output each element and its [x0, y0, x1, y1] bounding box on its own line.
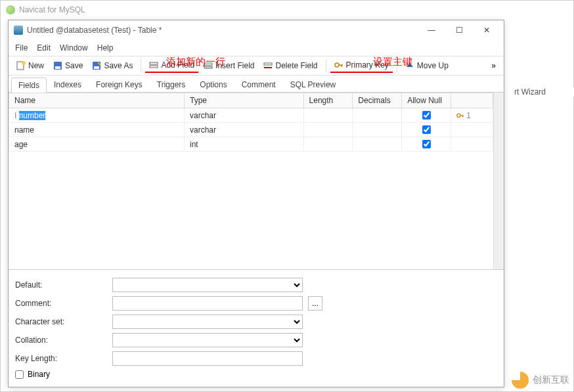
cell-decimals[interactable] [353, 137, 402, 152]
tab-bar: Fields Indexes Foreign Keys Triggers Opt… [9, 76, 504, 93]
add-field-button[interactable]: Add Field [145, 58, 198, 73]
cell-length[interactable] [303, 108, 353, 123]
svg-rect-3 [55, 66, 60, 69]
cell-type[interactable]: int [185, 137, 304, 152]
menu-edit[interactable]: Edit [37, 43, 51, 53]
new-button[interactable]: New [12, 59, 48, 72]
cell-decimals[interactable] [353, 123, 402, 137]
binary-label: Binary [28, 370, 50, 379]
save-as-icon [92, 61, 101, 70]
binary-checkbox[interactable] [15, 370, 24, 379]
allow-null-checkbox[interactable] [422, 125, 431, 134]
insert-field-button[interactable]: Insert Field [200, 59, 258, 72]
menu-bar: File Edit Window Help [9, 40, 504, 56]
cell-name[interactable]: name [9, 123, 185, 137]
svg-rect-9 [204, 66, 212, 68]
cell-allow-null[interactable] [402, 123, 451, 137]
default-label: Default: [15, 280, 107, 290]
col-type[interactable]: Type [185, 93, 304, 108]
col-allow-null[interactable]: Allow Null [402, 93, 451, 108]
cell-length[interactable] [303, 137, 353, 152]
outer-titlebar: Navicat for MySQL [1, 1, 573, 19]
tab-triggers[interactable]: Triggers [150, 77, 193, 92]
tab-comment[interactable]: Comment [234, 77, 283, 92]
collation-label: Collation: [15, 336, 107, 345]
outer-window: Navicat for MySQL Untitled @databasetest… [0, 0, 574, 392]
charset-label: Character set: [15, 317, 107, 326]
tab-options[interactable]: Options [192, 77, 234, 92]
cell-key[interactable] [451, 123, 493, 137]
cell-name[interactable]: age [9, 137, 185, 152]
cell-decimals[interactable] [353, 108, 402, 123]
menu-window[interactable]: Window [60, 43, 88, 53]
cell-length[interactable] [303, 123, 353, 137]
table-icon [14, 26, 23, 35]
svg-point-15 [457, 114, 460, 118]
close-button[interactable]: ✕ [475, 21, 498, 39]
toolbar-overflow[interactable]: » [487, 61, 500, 70]
outer-title-text: Navicat for MySQL [19, 5, 85, 14]
field-grid-wrap: Name Type Length Decimals Allow Null I n… [9, 93, 504, 270]
menu-file[interactable]: File [15, 43, 28, 53]
vertical-scrollbar[interactable] [493, 93, 504, 269]
allow-null-checkbox[interactable] [422, 140, 431, 148]
add-field-icon [149, 60, 158, 70]
col-decimals[interactable]: Decimals [353, 93, 402, 108]
collation-select[interactable] [112, 333, 303, 347]
svg-rect-7 [150, 66, 158, 68]
move-up-button[interactable]: Move Up [401, 59, 453, 72]
watermark-badge-icon [512, 372, 529, 389]
default-select[interactable] [112, 278, 303, 292]
menu-help[interactable]: Help [97, 43, 114, 53]
delete-field-button[interactable]: Delete Field [259, 59, 321, 72]
table-row[interactable]: I numbervarchar 1 [9, 108, 493, 123]
svg-rect-10 [264, 63, 272, 65]
toolbar: New Save Save As Add Field Insert Field [9, 56, 504, 76]
maximize-button[interactable]: ☐ [447, 21, 471, 39]
svg-rect-6 [150, 62, 158, 64]
new-icon [16, 61, 26, 70]
inner-window: Untitled @databasetest (Test) - Table * … [8, 20, 504, 387]
watermark-text: 创新互联 [533, 374, 569, 386]
cell-type[interactable]: varchar [185, 123, 304, 137]
tab-sql-preview[interactable]: SQL Preview [283, 77, 343, 92]
watermark: 创新互联 [512, 372, 569, 389]
key-icon [334, 60, 343, 70]
cell-key[interactable] [451, 137, 493, 152]
cell-allow-null[interactable] [402, 137, 451, 152]
field-properties: Default: Comment: ... Character set: Col… [9, 270, 504, 381]
svg-point-12 [335, 63, 339, 67]
delete-field-icon [263, 61, 273, 70]
comment-more-button[interactable]: ... [308, 296, 322, 311]
navicat-logo-icon [6, 5, 15, 14]
cell-allow-null[interactable] [402, 108, 451, 123]
insert-field-icon [204, 61, 213, 70]
cell-name[interactable]: I number [9, 108, 185, 123]
col-length[interactable]: Length [303, 93, 353, 108]
inner-titlebar[interactable]: Untitled @databasetest (Test) - Table * … [9, 20, 504, 40]
table-row[interactable]: ageint [9, 137, 493, 152]
cell-key[interactable]: 1 [451, 108, 493, 123]
svg-point-1 [22, 61, 26, 65]
comment-label: Comment: [15, 299, 107, 308]
inner-title-text: Untitled @databasetest (Test) - Table * [27, 26, 162, 35]
save-as-button[interactable]: Save As [88, 59, 137, 72]
col-key[interactable] [451, 93, 493, 108]
tab-fields[interactable]: Fields [11, 77, 47, 93]
cell-type[interactable]: varchar [185, 108, 304, 123]
charset-select[interactable] [112, 315, 303, 329]
key-length-input[interactable] [112, 351, 303, 366]
minimize-button[interactable]: — [420, 21, 443, 39]
save-icon [53, 61, 62, 70]
allow-null-checkbox[interactable] [422, 111, 431, 120]
svg-rect-5 [94, 66, 99, 69]
right-wizard-text: rt Wizard [512, 87, 574, 97]
tab-indexes[interactable]: Indexes [47, 77, 89, 92]
comment-input[interactable] [112, 296, 303, 311]
save-button[interactable]: Save [49, 59, 87, 72]
table-row[interactable]: namevarchar [9, 123, 493, 137]
col-name[interactable]: Name [9, 93, 185, 108]
tab-foreign-keys[interactable]: Foreign Keys [89, 77, 150, 92]
primary-key-button[interactable]: Primary Key [330, 58, 393, 73]
field-grid[interactable]: Name Type Length Decimals Allow Null I n… [9, 93, 493, 269]
